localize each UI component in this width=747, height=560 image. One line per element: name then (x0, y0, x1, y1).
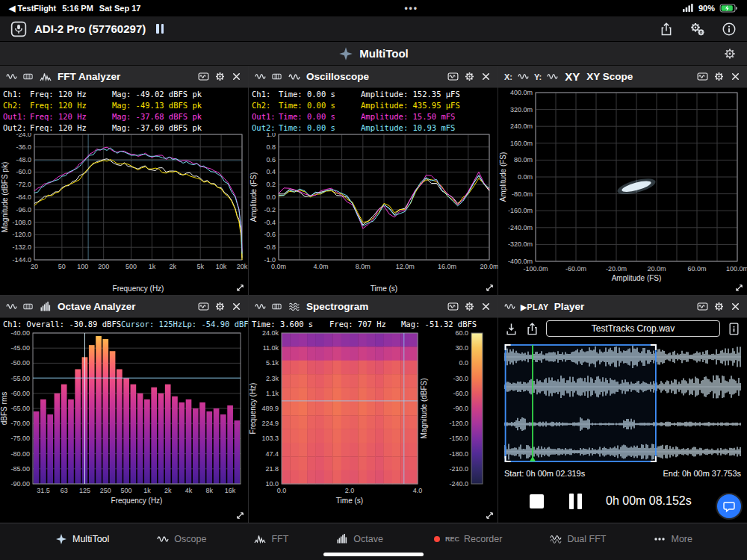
fft-readout-out2: Out2:Freq: 120 HzMag: -37.60 dBFS pk (0, 122, 248, 133)
svg-text:125: 125 (79, 487, 90, 494)
oscilloscope-panel: Oscilloscope Ch1:Time: 0.00 sAmplitude: … (249, 66, 498, 296)
share-icon[interactable] (659, 22, 674, 37)
fft-readout-ch1: Ch1:Freq: 120 HzMag: -49.02 dBFS pk (0, 88, 248, 99)
octave-expand-icon[interactable] (235, 510, 246, 521)
svg-text:400.0m: 400.0m (510, 89, 533, 96)
svg-text:500: 500 (125, 263, 137, 270)
osc-readout-out1: Out1:Time: 0.00 sAmplitude: 15.50 mFS (249, 111, 498, 122)
export-file-icon[interactable] (525, 322, 539, 336)
spectrogram-panel: Spectrogram Time: 3.600 s Freq: 707 Hz M… (249, 296, 498, 523)
spectrogram-settings-gear-icon[interactable] (464, 301, 475, 312)
tab-recorder[interactable]: RECRecorder (430, 533, 502, 545)
chat-bubble-button[interactable] (717, 494, 741, 518)
input-select-icon[interactable] (255, 71, 266, 82)
oscilloscope-plot[interactable]: 0.0m4.0m8.0m12.0m16.0m20.0m1.00.80.60.40… (249, 133, 498, 296)
octave-plot[interactable]: -40.00-45.00-50.00-55.00-60.00-65.00-70.… (0, 330, 249, 523)
fft-expand-icon[interactable] (235, 282, 246, 293)
oscilloscope-close-icon[interactable] (480, 71, 492, 82)
svg-text:4k: 4k (185, 487, 193, 494)
chart-style-icon[interactable] (447, 71, 459, 82)
x-source-icon[interactable] (518, 71, 529, 82)
oscilloscope-icon (288, 71, 301, 83)
status-indicators: 90% (682, 2, 738, 14)
svg-text:10k: 10k (216, 263, 227, 270)
player-signal-icon[interactable] (504, 301, 515, 312)
tab-multitool[interactable]: MultiTool (55, 533, 109, 545)
oscilloscope-settings-gear-icon[interactable] (464, 71, 475, 82)
svg-text:-84.0: -84.0 (16, 193, 31, 201)
svg-text:-90.0: -90.0 (453, 405, 468, 412)
svg-text:-45.00: -45.00 (10, 344, 30, 352)
player-close-icon[interactable] (730, 301, 741, 312)
xy-expand-icon[interactable] (734, 282, 745, 293)
svg-text:31.5: 31.5 (37, 487, 50, 494)
player-panel-header: ▶PLAY Player (498, 296, 747, 318)
pause-button[interactable] (569, 494, 582, 509)
tab-dual-fft[interactable]: Dual FFT (549, 533, 606, 545)
svg-text:-96.0: -96.0 (16, 206, 31, 214)
info-icon[interactable] (722, 22, 737, 37)
tab-octave[interactable]: Octave (335, 533, 383, 545)
multitool-tab-icon (55, 533, 68, 545)
svg-text:-48.0: -48.0 (16, 156, 31, 164)
back-to-app-label[interactable]: ◀ TestFlight (9, 4, 56, 13)
tab-fft[interactable]: FFT (253, 533, 288, 545)
chart-style-icon[interactable] (697, 71, 708, 82)
octave-close-icon[interactable] (231, 301, 242, 312)
svg-text:-240.0m: -240.0m (508, 224, 533, 231)
home-indicator[interactable] (323, 553, 424, 556)
chart-style-icon[interactable] (198, 301, 209, 312)
device-icon[interactable] (10, 21, 27, 37)
chart-style-icon[interactable] (697, 301, 708, 312)
meter-mode-icon[interactable] (22, 71, 34, 82)
fft-close-icon[interactable] (231, 71, 242, 82)
xy-settings-gear-icon[interactable] (713, 71, 725, 82)
player-waveform[interactable] (504, 339, 741, 466)
settings-gears-icon[interactable] (690, 22, 705, 37)
input-select-icon[interactable] (6, 71, 17, 82)
octave-settings-gear-icon[interactable] (214, 301, 226, 312)
svg-text:-120.0: -120.0 (449, 420, 468, 427)
meter-mode-icon[interactable] (22, 301, 34, 312)
svg-text:10.0: 10.0 (265, 480, 279, 488)
xy-plot[interactable]: -100.0m-60.0m-20.0m20.0m60.0m100.0m400.0… (498, 88, 747, 296)
xy-close-icon[interactable] (730, 71, 741, 82)
y-source-icon[interactable] (547, 71, 558, 82)
import-file-icon[interactable] (504, 322, 518, 336)
oscilloscope-expand-icon[interactable] (484, 282, 495, 293)
svg-text:5k: 5k (196, 263, 204, 270)
spectrogram-plot[interactable]: 0.02.04.024.0k11.0k5.1k2.3k1.1k489.9224.… (249, 330, 498, 523)
fft-readout-ch2: Ch2:Freq: 120 HzMag: -49.13 dBFS pk (0, 99, 248, 111)
oscilloscope-readouts: Ch1:Time: 0.00 sAmplitude: 152.35 µFS Ch… (249, 88, 498, 133)
file-info-icon[interactable] (727, 322, 741, 336)
octave-cursor: Cursor: 125Hz (121, 320, 182, 329)
svg-text:63: 63 (61, 487, 68, 494)
fft-settings-gear-icon[interactable] (214, 71, 226, 82)
multitool-settings-gear-icon[interactable] (723, 47, 737, 60)
spectrogram-expand-icon[interactable] (484, 510, 495, 521)
player-panel: ▶PLAY Player TestTracks Crop.wav Start: … (498, 296, 747, 523)
filename-field[interactable]: TestTracks Crop.wav (546, 320, 720, 337)
stop-button[interactable] (530, 494, 544, 508)
octave-tab-icon (335, 533, 349, 545)
player-settings-gear-icon[interactable] (713, 301, 725, 312)
svg-text:Time (s): Time (s) (336, 497, 363, 505)
fft-panel-title: FFT Analyzer (58, 71, 120, 82)
input-select-icon[interactable] (255, 301, 266, 312)
osc-readout-ch1: Ch1:Time: 0.00 sAmplitude: 152.35 µFS (249, 88, 498, 99)
spectrogram-close-icon[interactable] (480, 301, 492, 312)
fft-plot[interactable]: 20501002005001k2k5k10k20k-24.0-36.0-48.0… (0, 133, 249, 296)
meter-mode-icon[interactable] (271, 301, 282, 312)
svg-text:47.4: 47.4 (265, 450, 279, 458)
back-to-testflight[interactable]: ◀ TestFlight 5:16 PM Sat Sep 17 (9, 4, 140, 13)
stream-pause-icon[interactable] (156, 24, 164, 34)
chart-style-icon[interactable] (447, 301, 459, 312)
input-select-icon[interactable] (6, 301, 17, 312)
selection-range-row: Start: 0h 00m 02.319s End: 0h 00m 37.753… (504, 469, 741, 478)
xy-panel-title: XY Scope (586, 71, 633, 82)
tab-more[interactable]: More (653, 533, 692, 545)
chart-style-icon[interactable] (198, 71, 209, 82)
octave-panel-title: Octave Analyzer (58, 301, 136, 312)
meter-mode-icon[interactable] (271, 71, 282, 82)
tab-oscope[interactable]: Oscope (156, 533, 206, 545)
